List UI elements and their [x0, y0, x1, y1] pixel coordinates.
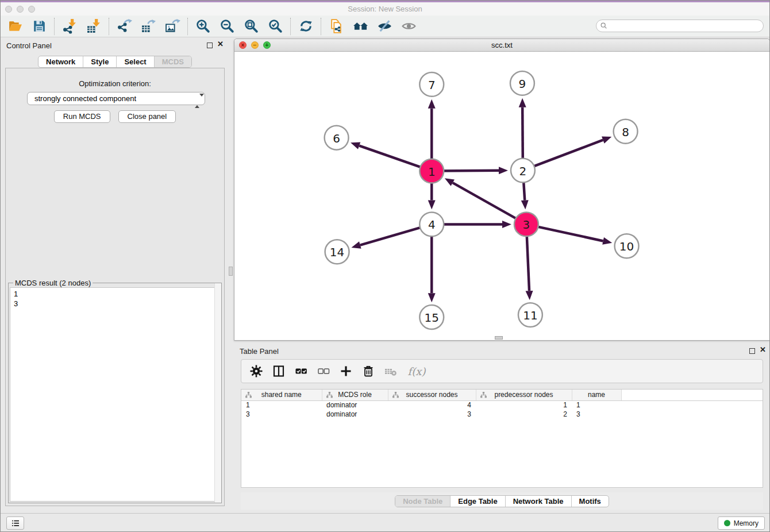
graph-edge-2-8[interactable] — [523, 140, 603, 171]
function-icon: f(x) — [408, 365, 426, 377]
export-table-button[interactable] — [136, 17, 160, 36]
header-filler — [621, 390, 763, 400]
node-table: shared nameMCDS rolesuccessor nodesprede… — [241, 389, 763, 488]
select-all-button[interactable] — [292, 363, 310, 380]
toolbar-separator — [321, 18, 321, 35]
zoom-out-button[interactable] — [215, 17, 239, 36]
row-filler — [621, 410, 763, 419]
graph-node-label-3: 3 — [523, 218, 530, 232]
canvas-resize-grip[interactable] — [495, 336, 503, 340]
table-cell[interactable]: dominator — [322, 410, 388, 419]
zoom-selected-icon — [268, 18, 283, 34]
network-canvas[interactable]: 1234678910111415 — [234, 52, 769, 340]
import-network-button[interactable] — [57, 17, 82, 36]
memory-button[interactable]: Memory — [718, 516, 765, 530]
function-builder-button[interactable]: f(x) — [404, 363, 429, 380]
open-session-button[interactable] — [3, 17, 27, 36]
toolbar-separator — [109, 18, 109, 35]
table-cell[interactable]: dominator — [322, 400, 388, 410]
table-row[interactable]: 3dominator323 — [241, 410, 763, 419]
search-field — [596, 20, 764, 32]
control-panel-title: Control Panel — [6, 41, 52, 50]
column-header-predecessor-nodes[interactable]: predecessor nodes — [476, 390, 572, 400]
mcds-result-group: MCDS result (2 nodes) 13 — [8, 283, 222, 503]
mcds-result-list[interactable]: 13 — [10, 287, 220, 502]
gear-icon — [249, 364, 263, 378]
task-history-button[interactable] — [6, 516, 24, 530]
graph-arrowhead-3-11 — [526, 291, 533, 300]
table-row[interactable]: 1dominator411 — [241, 400, 763, 410]
network-view-title: scc.txt — [234, 39, 769, 51]
export-image-button[interactable] — [160, 17, 184, 36]
column-header-shared-name[interactable]: shared name — [241, 390, 322, 400]
column-header-label: shared name — [261, 391, 302, 399]
table-cell[interactable]: 3 — [572, 410, 621, 419]
delete-table-button[interactable] — [382, 363, 399, 380]
export-network-button[interactable] — [112, 17, 136, 36]
table-cell[interactable]: 3 — [241, 410, 322, 419]
close-panel-button[interactable]: Close panel — [118, 110, 176, 123]
save-session-button[interactable] — [27, 17, 51, 36]
row-filler — [621, 400, 763, 410]
minimize-view-icon[interactable] — [251, 41, 259, 49]
home-icon — [353, 18, 368, 34]
table-tab-node-table[interactable]: Node Table — [395, 496, 450, 507]
table-cell[interactable]: 1 — [572, 400, 621, 410]
result-scrollbar[interactable] — [214, 283, 221, 503]
plus-icon — [339, 364, 353, 378]
column-header-label: predecessor nodes — [494, 391, 553, 399]
run-mcds-button[interactable]: Run MCDS — [54, 110, 110, 123]
tab-select[interactable]: Select — [116, 56, 153, 67]
table-cell[interactable]: 1 — [241, 400, 322, 410]
close-view-icon[interactable] — [239, 41, 247, 49]
table-cell[interactable]: 4 — [388, 400, 476, 410]
tab-style[interactable]: Style — [83, 56, 116, 67]
export-image-icon — [165, 18, 180, 34]
tab-network[interactable]: Network — [38, 56, 83, 67]
column-view-button[interactable] — [270, 363, 287, 380]
table-cell[interactable]: 1 — [476, 400, 572, 410]
column-header-mcds-role[interactable]: MCDS role — [322, 390, 388, 400]
home-button[interactable] — [348, 17, 372, 36]
hide-selected-button[interactable] — [372, 17, 396, 36]
graph-arrowhead-1-7 — [428, 99, 436, 109]
graph-arrowhead-2-9 — [519, 98, 526, 107]
table-cell[interactable]: 2 — [476, 410, 572, 419]
refresh-view-button[interactable] — [294, 17, 318, 36]
zoom-selected-button[interactable] — [263, 17, 287, 36]
close-table-panel-icon[interactable] — [760, 345, 766, 354]
float-table-panel-icon[interactable] — [749, 348, 755, 354]
show-all-button[interactable] — [396, 17, 421, 36]
import-table-button[interactable] — [82, 17, 106, 36]
attribute-icon — [480, 391, 487, 399]
column-header-successor-nodes[interactable]: successor nodes — [388, 390, 476, 400]
column-header-label: name — [588, 391, 605, 399]
float-panel-icon[interactable] — [207, 43, 213, 48]
add-column-button[interactable] — [337, 363, 355, 380]
attribute-icon — [326, 391, 333, 399]
maximize-view-icon[interactable] — [263, 41, 271, 49]
table-settings-button[interactable] — [247, 363, 265, 380]
zoom-in-button[interactable] — [191, 17, 215, 36]
search-input[interactable] — [596, 20, 764, 32]
deselect-all-button[interactable] — [314, 363, 332, 380]
zoom-fit-button[interactable] — [239, 17, 263, 36]
delete-column-button[interactable] — [359, 363, 377, 380]
clone-network-button[interactable] — [324, 17, 348, 36]
table-tab-network-table[interactable]: Network Table — [505, 496, 571, 507]
list-icon — [10, 518, 21, 529]
table-tab-edge-table[interactable]: Edge Table — [450, 496, 505, 507]
tab-mcds[interactable]: MCDS — [154, 56, 191, 67]
checked-boxes-icon — [294, 364, 308, 378]
table-panel-title: Table Panel — [240, 347, 279, 356]
table-tab-motifs[interactable]: Motifs — [571, 496, 609, 507]
panel-splitter[interactable] — [229, 267, 233, 276]
columns-icon — [272, 364, 286, 378]
criterion-dropdown[interactable]: strongly connected component — [27, 92, 205, 105]
import-table-icon — [86, 18, 102, 34]
close-panel-icon[interactable] — [217, 40, 224, 49]
graph-node-label-7: 7 — [428, 78, 436, 92]
window-title: Session: New Session — [1, 5, 769, 13]
column-header-name[interactable]: name — [572, 390, 621, 400]
table-cell[interactable]: 3 — [388, 410, 476, 419]
